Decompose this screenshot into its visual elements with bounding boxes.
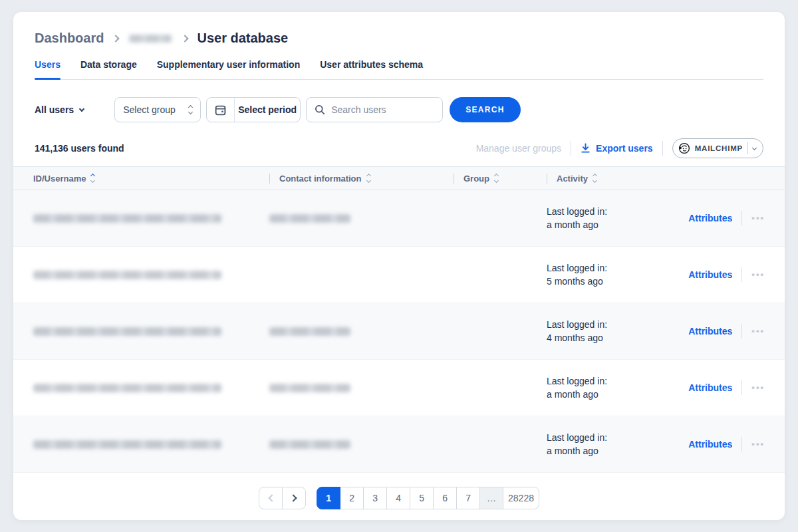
page-button-5[interactable]: 5 <box>410 487 434 509</box>
tab-bar: Users Data storage Supplementary user in… <box>35 59 763 80</box>
contact-cell <box>269 384 454 392</box>
last-logged-label: Last logged in: <box>547 376 607 387</box>
contact-cell <box>269 440 454 449</box>
page-button-2[interactable]: 2 <box>340 487 364 509</box>
row-menu-button[interactable]: ••• <box>751 328 765 334</box>
divider <box>571 141 571 156</box>
pagination-nav <box>259 487 306 509</box>
mailchimp-button[interactable]: MAILCHIMP <box>672 138 763 158</box>
redacted-id <box>33 271 221 279</box>
attributes-link[interactable]: Attributes <box>688 439 732 450</box>
tab-user-attributes-schema[interactable]: User attributes schema <box>320 59 423 79</box>
chevron-left-icon <box>268 494 275 501</box>
activity-cell: Last logged in: 4 months ago <box>547 319 688 344</box>
page-button-4[interactable]: 4 <box>386 487 410 509</box>
table-row: Last logged in: a month ago Attributes •… <box>13 190 785 247</box>
page-button-7[interactable]: 7 <box>456 487 480 509</box>
last-logged-value: a month ago <box>547 389 598 400</box>
attributes-link[interactable]: Attributes <box>688 326 732 336</box>
activity-cell: Last logged in: a month ago <box>547 376 688 400</box>
redacted-id <box>33 440 221 449</box>
tab-supplementary-user-information[interactable]: Supplementary user information <box>157 59 300 79</box>
divider <box>741 211 742 225</box>
divider <box>741 380 742 395</box>
divider <box>454 174 454 184</box>
previous-page-button[interactable] <box>259 487 283 509</box>
last-logged-label: Last logged in: <box>547 319 607 331</box>
search-input[interactable] <box>331 104 434 115</box>
calendar-button[interactable] <box>207 98 235 122</box>
page-button-6[interactable]: 6 <box>433 487 457 509</box>
manage-user-groups-button[interactable]: Manage user groups <box>476 143 561 154</box>
table-row: Last logged in: 4 months ago Attributes … <box>13 303 785 360</box>
breadcrumb-redacted-item[interactable] <box>129 35 172 43</box>
users-found-count: 141,136 users found <box>35 143 124 154</box>
breadcrumb-dashboard-link[interactable]: Dashboard <box>35 31 104 46</box>
row-actions: Attributes ••• <box>688 324 765 338</box>
activity-cell: Last logged in: 5 months ago <box>547 263 688 287</box>
pagination-pages: 1 2 3 4 5 6 7 … 28228 <box>317 487 539 509</box>
column-header-id-username[interactable]: ID/Username <box>33 174 269 184</box>
mailchimp-freddie-icon <box>678 142 690 154</box>
column-label: ID/Username <box>33 174 86 184</box>
last-logged-value: 5 months ago <box>547 276 603 287</box>
divider <box>741 437 742 452</box>
page-button-last[interactable]: 28228 <box>503 487 539 509</box>
column-header-group[interactable]: Group <box>454 174 547 184</box>
calendar-icon <box>215 104 226 116</box>
row-menu-button[interactable]: ••• <box>751 271 765 278</box>
id-cell <box>33 384 269 392</box>
search-icon <box>315 104 325 115</box>
select-group-label: Select group <box>123 104 176 115</box>
last-logged-label: Last logged in: <box>547 206 607 217</box>
page-button-1[interactable]: 1 <box>317 487 340 509</box>
select-group-dropdown[interactable]: Select group <box>114 97 201 122</box>
page-ellipsis[interactable]: … <box>479 487 503 509</box>
chevron-down-icon <box>752 145 757 150</box>
divider <box>741 324 742 338</box>
all-users-dropdown[interactable]: All users <box>35 104 84 115</box>
attributes-link[interactable]: Attributes <box>688 269 732 280</box>
row-actions: Attributes ••• <box>688 380 765 395</box>
last-logged-value: 4 months ago <box>547 332 603 344</box>
select-period-control[interactable]: Select period <box>206 97 301 122</box>
column-label: Contact information <box>279 174 362 184</box>
redacted-contact <box>269 384 350 392</box>
divider <box>269 174 270 184</box>
export-users-label: Export users <box>596 143 653 154</box>
row-actions: Attributes ••• <box>688 211 765 225</box>
user-database-panel: Dashboard User database Users Data stora… <box>13 12 785 520</box>
search-field[interactable] <box>306 97 443 122</box>
table-row: Last logged in: 5 months ago Attributes … <box>13 247 785 303</box>
table-row: Last logged in: a month ago Attributes •… <box>13 360 785 416</box>
filter-bar: All users Select group Select period <box>35 97 763 122</box>
row-menu-button[interactable]: ••• <box>751 384 765 391</box>
tab-users[interactable]: Users <box>35 59 61 79</box>
id-cell <box>33 440 269 449</box>
row-menu-button[interactable]: ••• <box>751 215 765 221</box>
column-header-contact-information[interactable]: Contact information <box>269 174 454 184</box>
last-logged-value: a month ago <box>547 219 598 231</box>
next-page-button[interactable] <box>282 487 306 509</box>
sort-icon <box>593 174 597 182</box>
row-menu-button[interactable]: ••• <box>751 441 765 448</box>
divider <box>741 267 742 282</box>
activity-cell: Last logged in: a month ago <box>547 432 688 457</box>
tab-data-storage[interactable]: Data storage <box>80 59 137 79</box>
results-toolbar: 141,136 users found Manage user groups E… <box>35 138 763 158</box>
chevron-right-icon <box>182 35 189 42</box>
chevron-down-icon <box>79 106 84 111</box>
search-button[interactable]: SEARCH <box>450 97 520 122</box>
mailchimp-label: MAILCHIMP <box>695 144 743 152</box>
column-header-activity[interactable]: Activity <box>547 174 765 184</box>
row-actions: Attributes ••• <box>688 437 765 452</box>
attributes-link[interactable]: Attributes <box>688 213 732 223</box>
divider <box>747 142 748 154</box>
table-header: ID/Username Contact information Group Ac… <box>13 166 785 190</box>
contact-cell <box>269 214 454 223</box>
export-users-button[interactable]: Export users <box>581 143 653 154</box>
redacted-id <box>33 384 221 392</box>
table-body: Last logged in: a month ago Attributes •… <box>13 190 785 473</box>
attributes-link[interactable]: Attributes <box>688 382 732 393</box>
page-button-3[interactable]: 3 <box>363 487 387 509</box>
